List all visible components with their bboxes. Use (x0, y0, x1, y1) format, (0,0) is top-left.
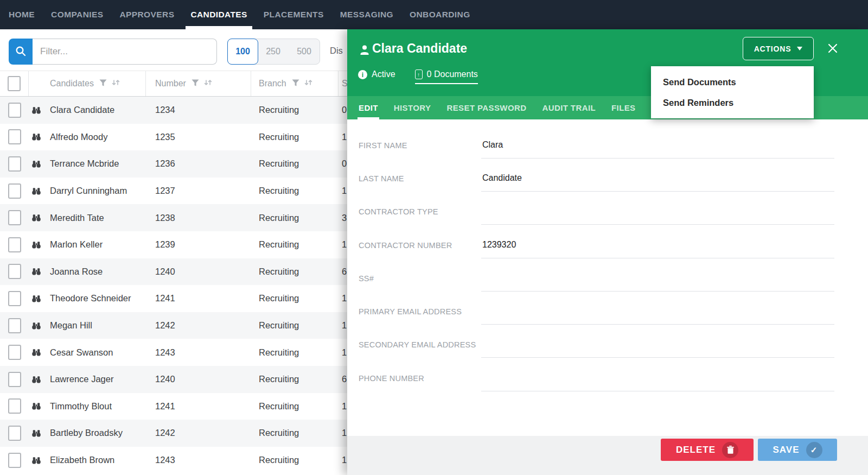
delete-button[interactable]: DELETE (661, 439, 754, 461)
field-input[interactable] (481, 373, 834, 391)
nav-item[interactable]: PLACEMENTS (264, 0, 324, 29)
binoculars-icon (31, 428, 42, 439)
app-root: HOME COMPANIES APPROVERS CANDIDATES PLAC… (0, 0, 868, 475)
filter-funnel-icon[interactable] (292, 79, 299, 88)
row-checkbox[interactable] (8, 426, 21, 441)
panel-tab[interactable]: EDIT (359, 96, 378, 119)
row-checkbox[interactable] (8, 264, 21, 279)
panel-tab[interactable]: RESET PASSWORD (446, 96, 526, 119)
menu-item[interactable]: Send Reminders (651, 92, 814, 113)
row-checkbox[interactable] (8, 183, 21, 199)
nav-item[interactable]: APPROVERS (119, 0, 174, 29)
field-input[interactable]: Candidate (481, 173, 834, 192)
candidate-name: Joanna Rose (50, 267, 103, 277)
row-checkbox[interactable] (8, 210, 21, 225)
chevron-down-icon (797, 47, 802, 50)
field-input[interactable] (481, 273, 834, 292)
row-checkbox[interactable] (8, 129, 21, 144)
field-label: PHONE NUMBER (359, 374, 481, 383)
person-icon (358, 43, 371, 59)
panel-tab[interactable]: AUDIT TRAIL (542, 96, 596, 119)
column-header-branch[interactable]: Branch (251, 71, 339, 96)
binoculars-icon (31, 374, 42, 385)
sort-icon[interactable] (111, 78, 120, 89)
candidate-number: 1241 (146, 285, 251, 312)
candidate-number: 1234 (146, 97, 251, 124)
row-checkbox[interactable] (8, 318, 21, 333)
candidate-number: 1243 (146, 339, 251, 366)
sort-icon[interactable] (304, 78, 313, 89)
nav-item[interactable]: HOME (9, 0, 35, 29)
field-input[interactable]: Clara (481, 140, 834, 159)
row-checkbox[interactable] (8, 345, 21, 360)
form-field: PRIMARY EMAIL ADDRESS (359, 295, 834, 328)
row-checkbox[interactable] (8, 291, 21, 306)
field-input[interactable] (481, 339, 834, 358)
info-icon: i (358, 70, 367, 79)
documents-link[interactable]: ↑ 0 Documents (415, 69, 478, 84)
save-button[interactable]: SAVE ✓ (758, 439, 837, 461)
search-icon (15, 45, 27, 59)
column-header-number[interactable]: Number (146, 71, 251, 96)
sort-icon[interactable] (203, 78, 213, 89)
nav-item[interactable]: MESSAGING (340, 0, 393, 29)
row-checkbox[interactable] (8, 372, 21, 387)
candidate-number: 1242 (146, 312, 251, 339)
candidate-branch: Recruiting (251, 124, 339, 151)
filter-funnel-icon[interactable] (99, 79, 107, 88)
form-field: CONTRACTOR NUMBER 1239320 (359, 229, 834, 262)
candidate-number: 1241 (146, 393, 251, 420)
page-size-button[interactable]: 500 (289, 39, 320, 64)
filter-group (9, 39, 217, 65)
candidate-name: Megan Hill (50, 320, 92, 331)
candidate-branch: Recruiting (251, 447, 339, 474)
candidate-number: 1240 (146, 366, 251, 393)
row-checkbox[interactable] (8, 398, 21, 414)
candidate-name: Theodore Schneider (50, 293, 131, 303)
nav-item[interactable]: COMPANIES (51, 0, 103, 29)
actions-button[interactable]: ACTIONS (743, 37, 814, 60)
field-label: SS# (359, 274, 481, 283)
field-label: CONTRACTOR TYPE (359, 207, 481, 216)
candidate-number: 1243 (146, 447, 251, 474)
page-size-button[interactable]: 250 (258, 39, 289, 64)
actions-menu: Send Documents Send Reminders (651, 66, 814, 118)
form-field: LAST NAME Candidate (359, 162, 834, 195)
candidate-name: Lawrence Jager (50, 374, 113, 384)
binoculars-icon (31, 212, 42, 223)
select-all-checkbox[interactable] (8, 76, 21, 91)
form-field: FIRST NAME Clara (359, 129, 834, 162)
column-header-candidates[interactable]: Candidates (29, 71, 146, 96)
status-badge: Active (372, 69, 395, 79)
field-input[interactable] (481, 306, 834, 325)
close-icon[interactable] (825, 41, 840, 56)
row-checkbox[interactable] (8, 156, 21, 172)
nav-item[interactable]: ONBOARDING (410, 0, 470, 29)
filter-funnel-icon[interactable] (192, 79, 199, 88)
candidate-branch: Recruiting (251, 231, 339, 258)
menu-item[interactable]: Send Documents (651, 72, 814, 92)
filter-input[interactable] (33, 39, 217, 65)
candidate-detail-panel: Clara Candidate ACTIONS i Active ↑ 0 Doc… (347, 29, 868, 475)
row-checkbox[interactable] (8, 453, 21, 468)
status-row: i Active ↑ 0 Documents (358, 69, 478, 84)
field-input[interactable]: 1239320 (481, 240, 834, 258)
form-field: PHONE NUMBER (359, 362, 834, 395)
check-icon: ✓ (806, 442, 822, 458)
row-checkbox[interactable] (8, 103, 21, 118)
nav-item[interactable]: CANDIDATES (190, 0, 247, 29)
field-input[interactable] (481, 206, 834, 225)
binoculars-icon (31, 159, 42, 169)
candidate-branch: Recruiting (251, 366, 339, 393)
candidate-number: 1237 (146, 178, 251, 205)
panel-title: Clara Candidate (372, 41, 467, 56)
panel-tab[interactable]: FILES (611, 96, 636, 119)
row-checkbox[interactable] (8, 237, 21, 252)
candidate-name: Timmothy Blout (50, 401, 112, 411)
field-label: PRIMARY EMAIL ADDRESS (359, 307, 481, 316)
candidate-name: Bartleby Broadsky (50, 428, 123, 438)
panel-tab[interactable]: HISTORY (394, 96, 431, 119)
search-button[interactable] (9, 39, 33, 65)
page-size-button[interactable]: 100 (227, 39, 258, 65)
candidate-number: 1239 (146, 231, 251, 258)
